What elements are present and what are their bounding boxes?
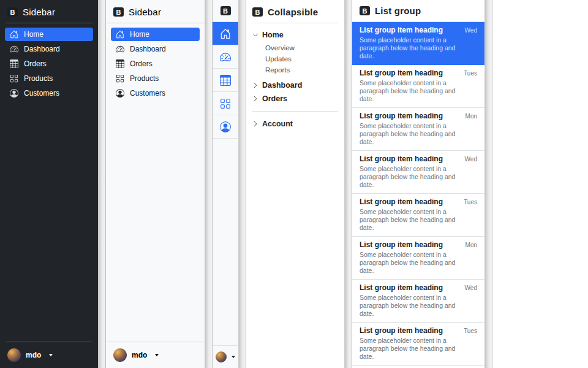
brand-iconbar[interactable]: B: [213, 0, 238, 22]
nav-label: Dashboard: [24, 45, 60, 53]
bootstrap-logo-icon: B: [360, 6, 370, 15]
caret-down-icon: [49, 354, 53, 356]
nav-item-products[interactable]: Products: [5, 72, 93, 85]
speedometer-icon: [116, 45, 124, 53]
chevron-right-icon: [252, 82, 258, 88]
list-item[interactable]: List group item heading Tues Some placeh…: [352, 65, 484, 108]
collapsible-nav: Home Overview Updates Reports Dashboard …: [246, 23, 344, 136]
list-item[interactable]: List group item heading Tues Some placeh…: [352, 194, 484, 237]
brand-list-group[interactable]: B List group: [352, 0, 484, 22]
nav-label: Products: [130, 74, 159, 83]
tree-sub-home: Overview Updates Reports: [252, 42, 338, 75]
caret-down-icon: [155, 354, 159, 356]
grid-icon: [10, 74, 18, 83]
list-item-day: Wed: [460, 27, 477, 34]
example-divider: [484, 0, 492, 368]
list-item[interactable]: List group item heading Wed Some placeho…: [352, 151, 484, 194]
user-name: mdo: [26, 351, 41, 359]
nav-item-home[interactable]: [213, 22, 238, 45]
brand-light[interactable]: B Sidebar: [106, 0, 205, 23]
nav-item-orders[interactable]: Orders: [111, 57, 200, 71]
bootstrap-logo-icon: B: [7, 7, 18, 17]
list-item-body: Some placeholder content in a paragraph …: [360, 294, 465, 318]
bootstrap-logo-icon: B: [252, 7, 263, 17]
tree-subitem-reports[interactable]: Reports: [265, 64, 338, 75]
nav-item-dashboard[interactable]: Dashboard: [111, 42, 200, 56]
list-item-body: Some placeholder content in a paragraph …: [360, 208, 465, 232]
avatar: [113, 348, 127, 362]
list-item-day: Mon: [461, 113, 477, 120]
divider: [252, 111, 338, 112]
example-divider: [344, 0, 352, 368]
nav-label: Home: [24, 30, 43, 39]
tree-group-account[interactable]: Account: [252, 117, 338, 131]
house-icon: [220, 28, 231, 39]
nav-item-products[interactable]: Products: [111, 72, 200, 85]
nav-label: Customers: [24, 89, 59, 98]
tree-group-orders[interactable]: Orders: [252, 92, 338, 105]
table-icon: [116, 59, 124, 68]
list-item[interactable]: List group item heading Wed Some placeho…: [352, 280, 484, 323]
sidebar-light: B Sidebar Home Dashboard Orders Products…: [106, 0, 205, 368]
brand-title: Collapsible: [268, 7, 318, 17]
person-circle-icon: [116, 89, 124, 98]
nav-item-orders[interactable]: [213, 69, 238, 92]
user-name: mdo: [132, 351, 147, 359]
brand-title: List group: [375, 6, 421, 16]
list-item-body: Some placeholder content in a paragraph …: [360, 122, 465, 146]
nav-item-customers[interactable]: Customers: [5, 86, 93, 100]
tree-group-label: Dashboard: [262, 81, 302, 90]
nav-item-home[interactable]: Home: [111, 28, 200, 41]
list-item-heading: List group item heading: [360, 26, 443, 35]
list-item-heading: List group item heading: [360, 69, 443, 78]
house-icon: [116, 30, 124, 39]
nav-item-dashboard[interactable]: Dashboard: [5, 42, 93, 56]
speedometer-icon: [10, 45, 18, 53]
grid-icon: [116, 74, 124, 83]
tree-subitem-overview[interactable]: Overview: [265, 42, 338, 53]
list-item-heading: List group item heading: [360, 197, 443, 207]
list-item[interactable]: List group item heading Mon Some placeho…: [352, 366, 484, 368]
nav-label: Orders: [24, 59, 47, 68]
sidebars-examples-page: B Sidebar Home Dashboard Orders Products…: [0, 0, 588, 368]
list-item-day: Tues: [459, 70, 477, 77]
sidebar-icons-only: B: [213, 0, 238, 368]
list-item[interactable]: List group item heading Mon Some placeho…: [352, 237, 484, 280]
tree-group-label: Home: [262, 31, 284, 39]
list-item-body: Some placeholder content in a paragraph …: [360, 79, 465, 103]
chevron-right-icon: [252, 121, 258, 127]
nav-item-customers[interactable]: Customers: [111, 86, 200, 100]
list-item-heading: List group item heading: [360, 326, 443, 335]
list-item[interactable]: List group item heading Wed Some placeho…: [352, 22, 484, 65]
list-item[interactable]: List group item heading Mon Some placeho…: [352, 108, 484, 151]
user-dropdown[interactable]: mdo: [0, 342, 98, 368]
sidebar-dark: B Sidebar Home Dashboard Orders Products…: [0, 0, 98, 368]
list-item-day: Wed: [460, 285, 477, 291]
list-item-heading: List group item heading: [360, 283, 443, 293]
nav-item-products[interactable]: [213, 92, 238, 115]
nav-item-home[interactable]: Home: [5, 28, 93, 41]
nav-item-dashboard[interactable]: [213, 45, 238, 69]
user-dropdown[interactable]: [213, 345, 238, 368]
brand-collapsible[interactable]: B Collapsible: [246, 0, 344, 23]
nav-dark: Home Dashboard Orders Products Customers: [0, 23, 98, 105]
list-item-day: Mon: [461, 242, 477, 248]
list-item-heading: List group item heading: [360, 240, 443, 250]
tree-group-home[interactable]: Home: [252, 28, 338, 42]
nav-label: Dashboard: [130, 45, 166, 53]
tree-group-dashboard[interactable]: Dashboard: [252, 79, 338, 92]
nav-item-customers[interactable]: [213, 115, 238, 139]
user-dropdown[interactable]: mdo: [106, 342, 205, 368]
brand-title: Sidebar: [129, 7, 161, 17]
example-divider: [205, 0, 213, 368]
tree-subitem-updates[interactable]: Updates: [265, 53, 338, 64]
grid-icon: [220, 98, 231, 109]
brand-dark[interactable]: B Sidebar: [0, 0, 98, 23]
nav-item-orders[interactable]: Orders: [5, 57, 93, 71]
example-divider: [98, 0, 106, 368]
list-item-body: Some placeholder content in a paragraph …: [360, 165, 465, 189]
avatar: [216, 351, 227, 362]
house-icon: [10, 30, 18, 39]
person-circle-icon: [10, 89, 18, 98]
list-item[interactable]: List group item heading Tues Some placeh…: [352, 323, 484, 366]
